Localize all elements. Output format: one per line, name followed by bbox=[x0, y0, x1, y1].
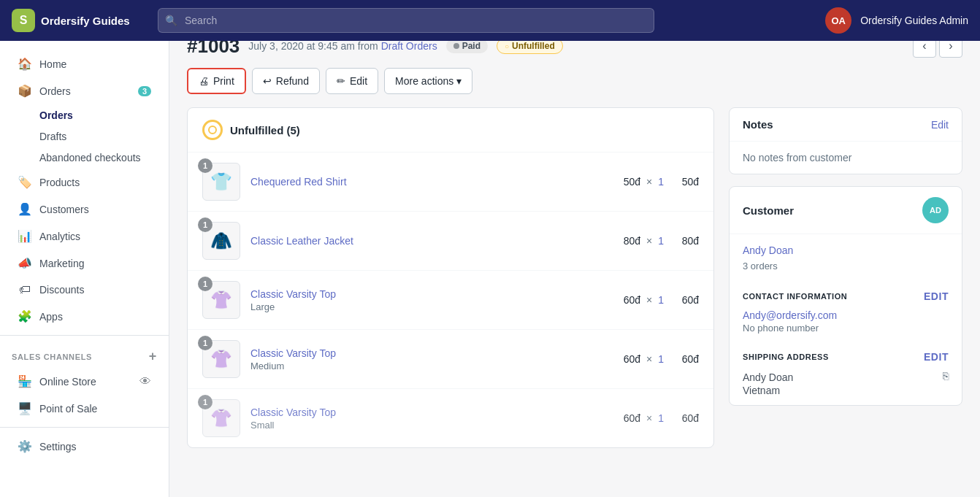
multiply-symbol: × bbox=[646, 353, 652, 365]
item-name-link[interactable]: Classic Varsity Top bbox=[250, 407, 336, 418]
item-qty: 1 bbox=[658, 235, 664, 247]
notes-card: Notes Edit No notes from customer bbox=[729, 107, 962, 174]
sidebar-item-settings[interactable]: ⚙️ Settings bbox=[6, 434, 163, 459]
item-quantity-badge: 1 bbox=[198, 395, 213, 409]
item-image-wrap: 👚 1 bbox=[202, 340, 240, 378]
shipping-section-label: SHIPPING ADDRESS Edit bbox=[730, 342, 962, 367]
table-row: 👚 1 Classic Varsity Top Large 60đ × 1 60… bbox=[188, 271, 713, 330]
add-sales-channel-button[interactable]: + bbox=[149, 349, 157, 364]
content-grid: Unfulfilled (5) 👕 1 Chequered Red Shirt … bbox=[187, 107, 962, 460]
item-price: 80đ bbox=[624, 235, 640, 247]
notes-title: Notes bbox=[743, 118, 773, 131]
sidebar-item-products[interactable]: 🏷️ Products bbox=[6, 169, 163, 195]
sidebar-item-abandoned[interactable]: Abandoned checkouts bbox=[6, 147, 163, 168]
item-variant: Medium bbox=[250, 361, 613, 371]
shipping-name: Andy Doan bbox=[743, 371, 793, 383]
item-quantity-badge: 1 bbox=[198, 336, 213, 350]
item-details: Classic Varsity Top Medium bbox=[250, 347, 613, 371]
contact-info-body: Andy@ordersify.com No phone number bbox=[730, 307, 962, 342]
contact-edit-link[interactable]: Edit bbox=[924, 290, 949, 302]
refund-button[interactable]: ↩ Refund bbox=[252, 68, 320, 94]
shipping-country: Vietnam bbox=[743, 385, 793, 396]
print-button[interactable]: 🖨 Print bbox=[187, 68, 246, 94]
sidebar-sub-label: Abandoned checkouts bbox=[39, 152, 141, 163]
sidebar-item-home[interactable]: 🏠 Home bbox=[6, 51, 163, 77]
marketing-icon: 📣 bbox=[18, 256, 32, 270]
sidebar-item-customers[interactable]: 👤 Customers bbox=[6, 196, 163, 222]
customer-card-header: Customer AD bbox=[730, 187, 962, 234]
customer-orders: 3 orders bbox=[730, 261, 962, 282]
main-content: ‹ Orders #1003 July 3, 2020 at 9:45 am f… bbox=[169, 0, 980, 474]
sidebar-item-label: Marketing bbox=[39, 258, 84, 269]
search-input[interactable] bbox=[158, 8, 654, 33]
sidebar-item-analytics[interactable]: 📊 Analytics bbox=[6, 223, 163, 249]
pos-icon: 🖥️ bbox=[18, 401, 32, 415]
shopify-logo-icon: S bbox=[12, 9, 35, 32]
sidebar-item-drafts[interactable]: Drafts bbox=[6, 126, 163, 147]
item-image-wrap: 👚 1 bbox=[202, 399, 240, 437]
item-qty: 1 bbox=[658, 412, 664, 424]
item-name-link[interactable]: Chequered Red Shirt bbox=[250, 176, 347, 188]
sidebar-item-label: Apps bbox=[39, 311, 63, 323]
sidebar-item-online-store[interactable]: 🏪 Online Store 👁 bbox=[6, 369, 163, 394]
sidebar-sub-label: Drafts bbox=[39, 131, 66, 142]
sidebar-item-orders-sub[interactable]: Orders bbox=[6, 105, 163, 126]
paid-badge: Paid bbox=[446, 39, 488, 53]
customers-icon: 👤 bbox=[18, 202, 32, 216]
sidebar-divider-2 bbox=[0, 427, 169, 428]
left-panel: Unfulfilled (5) 👕 1 Chequered Red Shirt … bbox=[187, 107, 714, 460]
admin-name: Ordersify Guides Admin bbox=[860, 15, 968, 26]
edit-button[interactable]: ✏ Edit bbox=[326, 68, 378, 94]
action-bar: 🖨 Print ↩ Refund ✏ Edit More actions ▾ bbox=[187, 68, 962, 94]
top-nav-right: OA Ordersify Guides Admin bbox=[825, 7, 968, 34]
orders-badge: 3 bbox=[138, 86, 151, 96]
order-source-link[interactable]: Draft Orders bbox=[381, 40, 437, 52]
table-row: 👚 1 Classic Varsity Top Small 60đ × 1 60… bbox=[188, 389, 713, 447]
item-quantity-badge: 1 bbox=[198, 158, 213, 173]
contact-section-label: CONTACT INFORMATION Edit bbox=[730, 282, 962, 307]
item-name-link[interactable]: Classic Leather Jacket bbox=[250, 235, 353, 247]
item-details: Classic Varsity Top Small bbox=[250, 407, 613, 431]
copy-address-icon[interactable]: ⎘ bbox=[943, 370, 949, 382]
item-variant: Large bbox=[250, 301, 613, 312]
customer-name-link[interactable]: Andy Doan bbox=[743, 244, 793, 256]
sidebar-sub-label: Orders bbox=[39, 109, 73, 121]
sidebar-item-apps[interactable]: 🧩 Apps bbox=[6, 304, 163, 329]
sidebar-item-discounts[interactable]: 🏷 Discounts bbox=[6, 277, 163, 302]
notes-card-header: Notes Edit bbox=[730, 108, 962, 142]
online-store-visibility-icon: 👁 bbox=[139, 375, 151, 388]
sidebar-item-orders[interactable]: 📦 Orders 3 bbox=[6, 78, 163, 104]
products-icon: 🏷️ bbox=[18, 175, 32, 189]
item-details: Classic Leather Jacket bbox=[250, 235, 613, 247]
sidebar-item-label: Customers bbox=[39, 204, 89, 215]
right-panel: Notes Edit No notes from customer Custom… bbox=[729, 107, 962, 460]
sidebar-item-pos[interactable]: 🖥️ Point of Sale bbox=[6, 396, 163, 421]
search-container: 🔍 bbox=[158, 8, 654, 33]
avatar[interactable]: OA bbox=[825, 7, 851, 34]
sidebar: 🏠 Home 📦 Orders 3 Orders Drafts Abandone… bbox=[0, 41, 169, 474]
customer-phone: No phone number bbox=[743, 323, 949, 334]
item-name-link[interactable]: Classic Varsity Top bbox=[250, 347, 336, 359]
item-total: 50đ bbox=[670, 176, 699, 188]
multiply-symbol: × bbox=[646, 176, 652, 188]
item-price-row: 60đ × 1 60đ bbox=[624, 412, 699, 424]
more-actions-button[interactable]: More actions ▾ bbox=[384, 68, 472, 94]
item-total: 60đ bbox=[670, 353, 699, 365]
sidebar-item-label: Products bbox=[39, 177, 80, 188]
top-navigation: S Ordersify Guides 🔍 OA Ordersify Guides… bbox=[0, 0, 980, 41]
table-row: 👕 1 Chequered Red Shirt 50đ × 1 50đ bbox=[188, 153, 713, 212]
home-icon: 🏠 bbox=[18, 57, 32, 71]
shipping-edit-link[interactable]: Edit bbox=[924, 351, 949, 363]
printer-icon: 🖨 bbox=[199, 75, 209, 87]
item-qty: 1 bbox=[658, 294, 664, 306]
item-price: 60đ bbox=[624, 412, 640, 424]
item-total: 80đ bbox=[670, 235, 699, 247]
sidebar-item-marketing[interactable]: 📣 Marketing bbox=[6, 250, 163, 276]
item-name-link[interactable]: Classic Varsity Top bbox=[250, 288, 336, 300]
customer-email-link[interactable]: Andy@ordersify.com bbox=[743, 309, 837, 321]
search-icon: 🔍 bbox=[165, 15, 177, 26]
item-quantity-badge: 1 bbox=[198, 217, 213, 232]
apps-icon: 🧩 bbox=[18, 309, 32, 323]
sidebar-item-label: Settings bbox=[39, 441, 77, 452]
notes-edit-link[interactable]: Edit bbox=[931, 119, 949, 131]
